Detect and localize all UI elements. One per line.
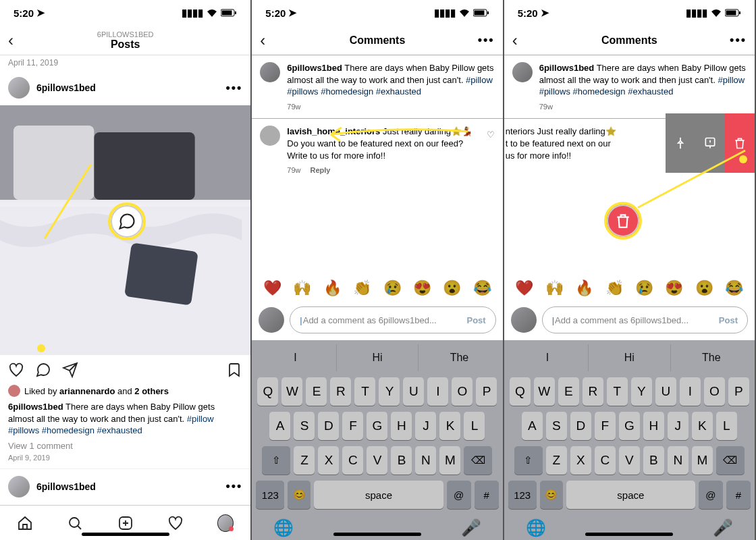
prediction[interactable]: The: [671, 344, 752, 371]
emoji[interactable]: 😍: [413, 279, 431, 297]
emoji[interactable]: 🙌: [545, 279, 564, 297]
key[interactable]: Q: [257, 377, 278, 406]
share-icon[interactable]: [62, 362, 78, 378]
reply-link[interactable]: Reply: [310, 165, 331, 176]
space-key[interactable]: space: [566, 481, 695, 509]
key[interactable]: V: [367, 446, 387, 475]
key[interactable]: T: [354, 377, 375, 406]
home-indicator[interactable]: [333, 533, 421, 536]
key[interactable]: Z: [294, 446, 315, 475]
post-button[interactable]: Post: [466, 315, 485, 325]
key[interactable]: R: [330, 377, 351, 406]
delete-comment-button[interactable]: [725, 113, 755, 173]
emoji[interactable]: 👏: [353, 279, 371, 297]
key[interactable]: I: [427, 377, 448, 406]
key[interactable]: P: [476, 377, 497, 406]
avatar[interactable]: [8, 77, 30, 99]
emoji[interactable]: 😢: [635, 279, 653, 297]
post-username[interactable]: 6pillows1bed: [36, 82, 225, 93]
bookmark-icon[interactable]: [226, 362, 242, 378]
heart-icon[interactable]: [8, 362, 24, 378]
emoji[interactable]: 😢: [383, 279, 402, 297]
emoji[interactable]: 👏: [605, 279, 624, 297]
post-username[interactable]: 6pillows1bed: [36, 481, 225, 492]
more-icon[interactable]: •••: [478, 33, 495, 47]
key[interactable]: F: [342, 412, 363, 440]
emoji[interactable]: 😮: [443, 279, 461, 297]
add-post-icon[interactable]: [117, 515, 134, 531]
prediction[interactable]: Hi: [337, 344, 418, 371]
key[interactable]: C: [342, 446, 363, 475]
post-button[interactable]: Post: [719, 315, 738, 325]
key[interactable]: E: [306, 377, 327, 406]
key[interactable]: W: [281, 377, 302, 406]
home-icon[interactable]: [17, 515, 33, 531]
back-icon[interactable]: ‹: [8, 31, 14, 50]
emoji[interactable]: 😂: [725, 279, 743, 297]
numbers-key[interactable]: 123: [256, 481, 284, 509]
emoji[interactable]: 🙌: [293, 279, 311, 297]
key[interactable]: A: [269, 412, 290, 440]
home-indicator[interactable]: [585, 533, 673, 536]
key[interactable]: M: [439, 446, 460, 475]
emoji[interactable]: 😂: [473, 279, 491, 297]
pin-comment-button[interactable]: [666, 113, 695, 173]
avatar[interactable]: [512, 62, 533, 82]
emoji[interactable]: 🔥: [323, 279, 342, 297]
emoji[interactable]: 🔥: [575, 279, 593, 297]
avatar[interactable]: [8, 476, 30, 497]
key[interactable]: J: [415, 412, 436, 440]
backspace-key[interactable]: ⌫: [464, 446, 492, 475]
prediction[interactable]: I: [507, 344, 589, 371]
key[interactable]: Y: [379, 377, 400, 406]
key[interactable]: G: [367, 412, 387, 440]
comment-input[interactable]: |Add a comment as 6pillows1bed... Post: [542, 306, 748, 333]
key[interactable]: B: [391, 446, 412, 475]
key[interactable]: D: [318, 412, 339, 440]
key[interactable]: S: [294, 412, 315, 440]
more-icon[interactable]: •••: [225, 81, 242, 95]
key[interactable]: N: [415, 446, 436, 475]
key[interactable]: U: [403, 377, 424, 406]
view-comments-link[interactable]: View 1 comment: [0, 439, 250, 452]
emoji[interactable]: 😮: [695, 279, 713, 297]
at-key[interactable]: @: [447, 481, 471, 509]
comment-icon[interactable]: [35, 362, 51, 378]
key[interactable]: K: [439, 412, 460, 440]
comment-input[interactable]: |Add a comment as 6pillows1bed... Post: [290, 306, 495, 333]
like-comment-icon[interactable]: ♡: [487, 126, 495, 140]
likes-row[interactable]: Liked by ariannenardo and 2 others: [0, 385, 250, 401]
prediction[interactable]: Hi: [589, 344, 670, 371]
emoji-key[interactable]: 😊: [540, 481, 563, 509]
avatar[interactable]: [260, 62, 280, 82]
emoji-key[interactable]: 😊: [288, 481, 310, 509]
emoji[interactable]: ❤️: [515, 279, 533, 297]
shift-key[interactable]: ⇧: [514, 446, 543, 475]
prediction[interactable]: I: [254, 344, 336, 371]
key[interactable]: L: [464, 412, 485, 440]
more-icon[interactable]: •••: [225, 479, 242, 493]
prediction[interactable]: The: [418, 344, 500, 371]
key[interactable]: O: [452, 377, 473, 406]
mic-icon[interactable]: 🎤: [713, 518, 733, 537]
emoji[interactable]: 😍: [665, 279, 683, 297]
globe-icon[interactable]: 🌐: [526, 518, 546, 537]
mic-icon[interactable]: 🎤: [461, 518, 481, 537]
avatar[interactable]: [260, 126, 280, 146]
key[interactable]: X: [318, 446, 339, 475]
key[interactable]: H: [391, 412, 412, 440]
hash-key[interactable]: #: [475, 481, 499, 509]
back-icon[interactable]: ‹: [512, 31, 518, 50]
back-icon[interactable]: ‹: [260, 31, 265, 50]
home-indicator[interactable]: [82, 533, 169, 536]
more-icon[interactable]: •••: [730, 33, 747, 47]
shift-key[interactable]: ⇧: [262, 446, 290, 475]
globe-icon[interactable]: 🌐: [273, 518, 294, 537]
activity-icon[interactable]: [167, 515, 184, 531]
backspace-key[interactable]: ⌫: [716, 446, 745, 475]
numbers-key[interactable]: 123: [508, 481, 537, 509]
space-key[interactable]: space: [314, 481, 443, 509]
search-icon[interactable]: [67, 515, 83, 531]
emoji[interactable]: ❤️: [263, 279, 281, 297]
profile-icon[interactable]: [217, 515, 234, 531]
